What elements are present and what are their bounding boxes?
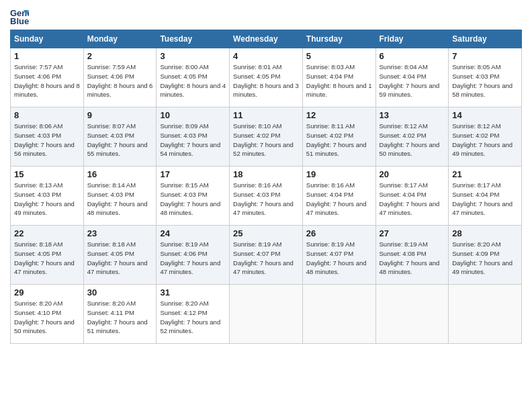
day-number: 21: [452, 169, 518, 179]
day-info: Sunrise: 8:16 AM Sunset: 4:03 PM Dayligh…: [233, 181, 299, 218]
day-info: Sunrise: 8:20 AM Sunset: 4:12 PM Dayligh…: [160, 299, 226, 336]
day-number: 23: [87, 228, 153, 238]
calendar-cell: 25 Sunrise: 8:19 AM Sunset: 4:07 PM Dayl…: [230, 226, 303, 285]
calendar-cell: 3 Sunrise: 8:00 AM Sunset: 4:05 PM Dayli…: [157, 48, 230, 107]
calendar-cell: 1 Sunrise: 7:57 AM Sunset: 4:06 PM Dayli…: [11, 48, 84, 107]
calendar-cell: 20 Sunrise: 8:17 AM Sunset: 4:04 PM Dayl…: [375, 167, 449, 226]
day-info: Sunrise: 8:13 AM Sunset: 4:03 PM Dayligh…: [14, 181, 80, 218]
calendar-week-row: 15 Sunrise: 8:13 AM Sunset: 4:03 PM Dayl…: [11, 167, 522, 226]
logo-icon: General Blue: [10, 7, 29, 26]
day-number: 29: [14, 287, 80, 298]
calendar-cell: 23 Sunrise: 8:18 AM Sunset: 4:05 PM Dayl…: [83, 226, 157, 285]
day-number: 10: [160, 110, 226, 120]
calendar-cell: 8 Sunrise: 8:06 AM Sunset: 4:03 PM Dayli…: [11, 107, 84, 167]
day-info: Sunrise: 8:05 AM Sunset: 4:03 PM Dayligh…: [452, 62, 518, 99]
day-number: 7: [452, 51, 518, 61]
day-number: 3: [160, 51, 226, 61]
day-info: Sunrise: 8:09 AM Sunset: 4:03 PM Dayligh…: [160, 122, 226, 158]
calendar-cell: 13 Sunrise: 8:12 AM Sunset: 4:02 PM Dayl…: [375, 107, 449, 167]
day-info: Sunrise: 8:17 AM Sunset: 4:04 PM Dayligh…: [380, 181, 445, 218]
day-info: Sunrise: 8:14 AM Sunset: 4:03 PM Dayligh…: [87, 181, 153, 218]
calendar-cell: 27 Sunrise: 8:19 AM Sunset: 4:08 PM Dayl…: [375, 226, 449, 285]
day-info: Sunrise: 8:20 AM Sunset: 4:09 PM Dayligh…: [452, 240, 518, 277]
calendar-cell: 2 Sunrise: 7:59 AM Sunset: 4:06 PM Dayli…: [83, 48, 157, 107]
calendar-cell: [230, 285, 303, 344]
col-header-saturday: Saturday: [449, 30, 522, 48]
day-info: Sunrise: 8:04 AM Sunset: 4:04 PM Dayligh…: [380, 62, 445, 99]
day-info: Sunrise: 8:19 AM Sunset: 4:08 PM Dayligh…: [380, 240, 445, 277]
day-number: 27: [380, 228, 445, 238]
day-info: Sunrise: 8:17 AM Sunset: 4:04 PM Dayligh…: [452, 181, 518, 218]
calendar-cell: 5 Sunrise: 8:03 AM Sunset: 4:04 PM Dayli…: [302, 48, 375, 107]
calendar-cell: 6 Sunrise: 8:04 AM Sunset: 4:04 PM Dayli…: [375, 48, 449, 107]
col-header-thursday: Thursday: [302, 30, 375, 48]
day-info: Sunrise: 8:20 AM Sunset: 4:10 PM Dayligh…: [14, 299, 80, 336]
col-header-wednesday: Wednesday: [230, 30, 303, 48]
day-number: 15: [14, 169, 80, 179]
calendar-cell: 4 Sunrise: 8:01 AM Sunset: 4:05 PM Dayli…: [230, 48, 303, 107]
calendar-cell: [302, 285, 375, 344]
day-number: 4: [233, 51, 299, 61]
day-number: 5: [306, 51, 372, 61]
day-number: 20: [380, 169, 445, 179]
col-header-sunday: Sunday: [11, 30, 84, 48]
calendar-week-row: 22 Sunrise: 8:18 AM Sunset: 4:05 PM Dayl…: [11, 226, 522, 285]
day-info: Sunrise: 8:00 AM Sunset: 4:05 PM Dayligh…: [160, 62, 226, 99]
day-info: Sunrise: 8:12 AM Sunset: 4:02 PM Dayligh…: [380, 122, 445, 158]
calendar-cell: 29 Sunrise: 8:20 AM Sunset: 4:10 PM Dayl…: [11, 285, 84, 344]
day-number: 18: [233, 169, 299, 179]
calendar-cell: 18 Sunrise: 8:16 AM Sunset: 4:03 PM Dayl…: [230, 167, 303, 226]
calendar-cell: 15 Sunrise: 8:13 AM Sunset: 4:03 PM Dayl…: [11, 167, 84, 226]
day-info: Sunrise: 8:19 AM Sunset: 4:07 PM Dayligh…: [306, 240, 372, 277]
calendar-cell: 31 Sunrise: 8:20 AM Sunset: 4:12 PM Dayl…: [157, 285, 230, 344]
day-number: 9: [87, 110, 153, 120]
day-number: 30: [87, 287, 153, 298]
day-number: 6: [380, 51, 445, 61]
day-number: 17: [160, 169, 226, 179]
day-info: Sunrise: 7:57 AM Sunset: 4:06 PM Dayligh…: [14, 62, 80, 99]
logo: General Blue: [10, 7, 32, 26]
calendar-cell: 14 Sunrise: 8:12 AM Sunset: 4:02 PM Dayl…: [449, 107, 522, 167]
day-info: Sunrise: 8:11 AM Sunset: 4:02 PM Dayligh…: [306, 122, 372, 158]
calendar-cell: 9 Sunrise: 8:07 AM Sunset: 4:03 PM Dayli…: [83, 107, 157, 167]
svg-text:Blue: Blue: [10, 16, 29, 26]
calendar-cell: 21 Sunrise: 8:17 AM Sunset: 4:04 PM Dayl…: [449, 167, 522, 226]
calendar-cell: [449, 285, 522, 344]
day-number: 25: [233, 228, 299, 238]
col-header-friday: Friday: [375, 30, 449, 48]
day-number: 26: [306, 228, 372, 238]
calendar-week-row: 29 Sunrise: 8:20 AM Sunset: 4:10 PM Dayl…: [11, 285, 522, 344]
calendar-cell: 12 Sunrise: 8:11 AM Sunset: 4:02 PM Dayl…: [302, 107, 375, 167]
calendar-cell: 10 Sunrise: 8:09 AM Sunset: 4:03 PM Dayl…: [157, 107, 230, 167]
day-number: 1: [14, 51, 80, 61]
col-header-tuesday: Tuesday: [157, 30, 230, 48]
day-info: Sunrise: 8:20 AM Sunset: 4:11 PM Dayligh…: [87, 299, 153, 336]
day-number: 24: [160, 228, 226, 238]
calendar-cell: 16 Sunrise: 8:14 AM Sunset: 4:03 PM Dayl…: [83, 167, 157, 226]
day-info: Sunrise: 8:18 AM Sunset: 4:05 PM Dayligh…: [87, 240, 153, 277]
col-header-monday: Monday: [83, 30, 157, 48]
day-number: 22: [14, 228, 80, 238]
day-number: 13: [380, 110, 445, 120]
calendar-cell: 30 Sunrise: 8:20 AM Sunset: 4:11 PM Dayl…: [83, 285, 157, 344]
calendar-cell: 11 Sunrise: 8:10 AM Sunset: 4:02 PM Dayl…: [230, 107, 303, 167]
calendar-cell: 19 Sunrise: 8:16 AM Sunset: 4:04 PM Dayl…: [302, 167, 375, 226]
calendar-table: SundayMondayTuesdayWednesdayThursdayFrid…: [10, 30, 522, 344]
calendar-cell: 22 Sunrise: 8:18 AM Sunset: 4:05 PM Dayl…: [11, 226, 84, 285]
day-number: 12: [306, 110, 372, 120]
day-info: Sunrise: 8:19 AM Sunset: 4:07 PM Dayligh…: [233, 240, 299, 277]
day-info: Sunrise: 8:19 AM Sunset: 4:06 PM Dayligh…: [160, 240, 226, 277]
day-number: 16: [87, 169, 153, 179]
day-info: Sunrise: 8:15 AM Sunset: 4:03 PM Dayligh…: [160, 181, 226, 218]
day-number: 31: [160, 287, 226, 298]
calendar-week-row: 8 Sunrise: 8:06 AM Sunset: 4:03 PM Dayli…: [11, 107, 522, 167]
day-info: Sunrise: 8:07 AM Sunset: 4:03 PM Dayligh…: [87, 122, 153, 158]
day-info: Sunrise: 8:06 AM Sunset: 4:03 PM Dayligh…: [14, 122, 80, 158]
day-number: 2: [87, 51, 153, 61]
calendar-cell: 28 Sunrise: 8:20 AM Sunset: 4:09 PM Dayl…: [449, 226, 522, 285]
day-number: 28: [452, 228, 518, 238]
day-info: Sunrise: 8:01 AM Sunset: 4:05 PM Dayligh…: [233, 62, 299, 99]
day-info: Sunrise: 8:12 AM Sunset: 4:02 PM Dayligh…: [452, 122, 518, 158]
calendar-cell: 26 Sunrise: 8:19 AM Sunset: 4:07 PM Dayl…: [302, 226, 375, 285]
day-info: Sunrise: 8:18 AM Sunset: 4:05 PM Dayligh…: [14, 240, 80, 277]
